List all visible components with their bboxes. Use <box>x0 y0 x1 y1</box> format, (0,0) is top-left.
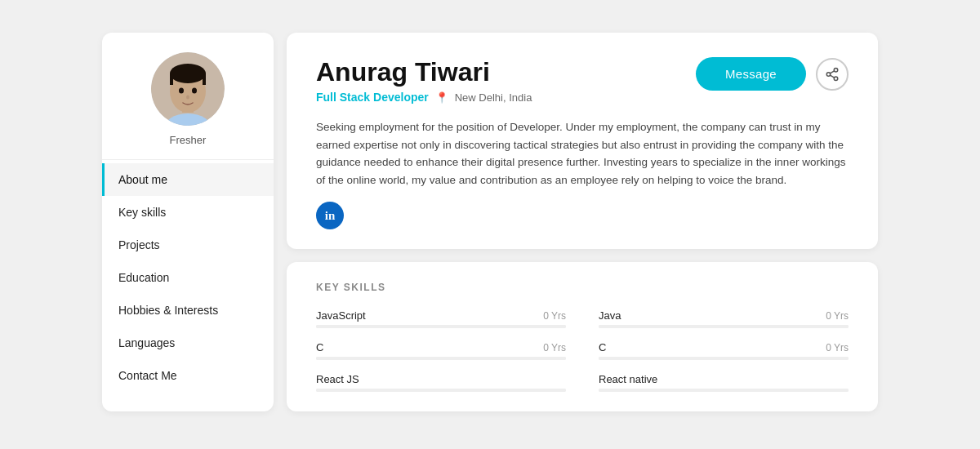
svg-point-7 <box>179 88 184 94</box>
profile-name: Anurag Tiwari <box>316 57 532 87</box>
share-button[interactable] <box>816 58 849 91</box>
svg-point-4 <box>170 64 206 83</box>
svg-point-9 <box>186 96 189 100</box>
skill-c1: C 0 Yrs <box>316 341 566 360</box>
skill-bar-fill <box>316 357 566 360</box>
skills-section: KEY SKILLS JavaScript 0 Yrs Java <box>287 262 878 411</box>
skills-grid: JavaScript 0 Yrs Java 0 Yrs <box>316 309 849 392</box>
skill-bar-fill <box>316 389 566 392</box>
profile-bio: Seeking employment for the position of D… <box>316 118 849 189</box>
svg-rect-5 <box>170 73 173 85</box>
skill-header: React native <box>599 373 849 385</box>
skill-header: React JS <box>316 373 566 385</box>
skill-years: 0 Yrs <box>543 310 566 322</box>
sidebar-item-projects[interactable]: Projects <box>102 229 274 261</box>
sidebar: Fresher About me Key skills Projects Edu… <box>102 33 274 411</box>
svg-point-8 <box>192 88 197 94</box>
share-icon <box>825 67 840 82</box>
linkedin-label: in <box>325 209 336 223</box>
avatar-image <box>151 52 225 126</box>
skill-react-native: React native <box>599 373 849 392</box>
sidebar-item-hobbies[interactable]: Hobbies & Interests <box>102 294 274 327</box>
svg-line-14 <box>830 70 834 73</box>
skill-name: React native <box>599 373 657 385</box>
sidebar-divider <box>102 159 274 160</box>
skill-bar <box>599 389 849 392</box>
sidebar-item-key-skills[interactable]: Key skills <box>102 196 274 229</box>
skill-name: React JS <box>316 373 359 385</box>
profile-info: Anurag Tiwari Full Stack Developer 📍 New… <box>316 57 532 115</box>
skill-c2: C 0 Yrs <box>599 341 849 360</box>
profile-top: Anurag Tiwari Full Stack Developer 📍 New… <box>316 57 849 115</box>
sidebar-item-education[interactable]: Education <box>102 261 274 294</box>
skill-name: Java <box>599 309 621 322</box>
skill-bar <box>316 357 566 360</box>
sidebar-nav: About me Key skills Projects Education H… <box>102 163 274 392</box>
skill-java: Java 0 Yrs <box>599 309 849 328</box>
fresher-label: Fresher <box>170 134 207 146</box>
skill-bar-fill <box>316 325 566 328</box>
profile-title-location: Full Stack Developer 📍 New Delhi, India <box>316 91 532 104</box>
skill-header: JavaScript 0 Yrs <box>316 309 566 322</box>
skill-bar <box>599 325 849 328</box>
skill-bar-fill <box>599 389 849 392</box>
skill-javascript: JavaScript 0 Yrs <box>316 309 566 328</box>
skill-years: 0 Yrs <box>826 342 849 353</box>
sidebar-item-languages[interactable]: Languages <box>102 327 274 359</box>
sidebar-item-contact-me[interactable]: Contact Me <box>102 359 274 392</box>
skills-title: KEY SKILLS <box>316 282 849 293</box>
sidebar-item-about-me[interactable]: About me <box>102 163 274 196</box>
skill-bar-fill <box>599 357 849 360</box>
skill-years: 0 Yrs <box>543 342 566 353</box>
skill-bar-fill <box>599 325 849 328</box>
skill-years: 0 Yrs <box>826 310 849 322</box>
skill-bar <box>316 389 566 392</box>
location-icon: 📍 <box>435 91 448 104</box>
main-content: Anurag Tiwari Full Stack Developer 📍 New… <box>274 33 878 411</box>
skill-header: Java 0 Yrs <box>599 309 849 322</box>
profile-actions: Message <box>696 57 849 91</box>
profile-title: Full Stack Developer <box>316 91 429 104</box>
card: Fresher About me Key skills Projects Edu… <box>102 33 878 411</box>
page-wrapper: Fresher About me Key skills Projects Edu… <box>0 0 980 449</box>
linkedin-button[interactable]: in <box>316 202 344 229</box>
profile-location: New Delhi, India <box>455 91 532 104</box>
message-button[interactable]: Message <box>696 57 806 91</box>
skill-bar <box>599 357 849 360</box>
skill-name: JavaScript <box>316 309 366 322</box>
svg-line-13 <box>830 75 834 78</box>
skill-header: C 0 Yrs <box>599 341 849 353</box>
skill-name: C <box>599 341 606 353</box>
profile-section: Anurag Tiwari Full Stack Developer 📍 New… <box>287 33 878 249</box>
skill-reactjs: React JS <box>316 373 566 392</box>
skill-bar <box>316 325 566 328</box>
skill-header: C 0 Yrs <box>316 341 566 353</box>
svg-rect-6 <box>203 73 206 85</box>
avatar <box>151 52 225 126</box>
skill-name: C <box>316 341 323 353</box>
